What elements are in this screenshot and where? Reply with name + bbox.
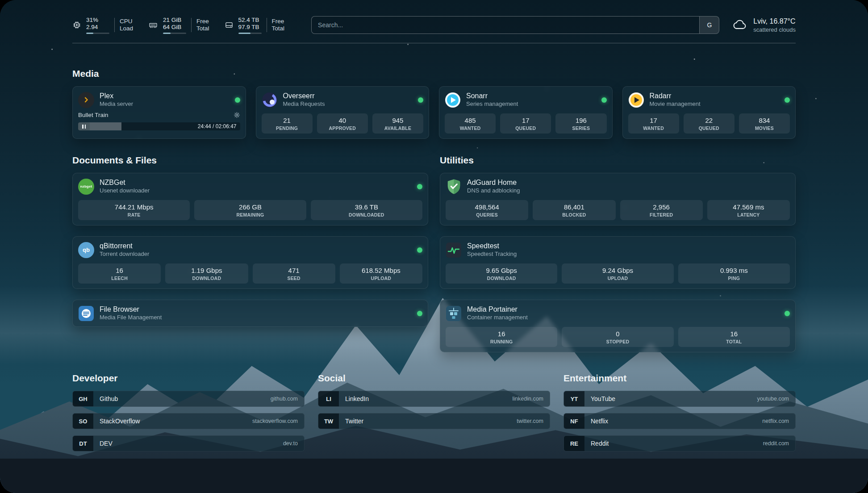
- qbittorrent-card[interactable]: qb qBittorrent Torrent downloader 16 LEE…: [72, 236, 428, 289]
- service-subtitle: Torrent downloader: [100, 251, 149, 258]
- stat-wanted: 17 WANTED: [628, 113, 679, 134]
- dashboard-page: 31% 2.94 CPU Load 2: [0, 0, 868, 493]
- bookmark-domain: github.com: [271, 396, 298, 402]
- top-bar: 31% 2.94 CPU Load 2: [72, 16, 796, 34]
- overseerr-card[interactable]: Overseerr Media Requests 21 PENDING 40 A…: [256, 86, 430, 139]
- plex-card[interactable]: Plex Media server Bullet Train: [72, 86, 246, 139]
- service-name: Overseerr: [283, 92, 325, 100]
- bookmark-twitter[interactable]: TW Twitter twitter.com: [318, 413, 550, 429]
- bookmark-linkedin[interactable]: LI LinkedIn linkedin.com: [318, 391, 550, 407]
- bookmark-domain: dev.to: [283, 440, 298, 447]
- bookmark-domain: stackoverflow.com: [252, 418, 298, 424]
- bookmark-domain: reddit.com: [763, 440, 789, 447]
- stat-series: 196 SERIES: [555, 113, 606, 134]
- weather-location: Lviv, 16.87°C: [753, 17, 796, 25]
- cpu-progress-bar: [86, 33, 109, 34]
- stat-download: 9.65 Gbps DOWNLOAD: [446, 263, 557, 284]
- portainer-card[interactable]: Media Portainer Container management 16 …: [440, 300, 796, 352]
- cloud-icon: [732, 19, 748, 31]
- hard-disk-icon: [225, 21, 234, 29]
- sonarr-icon: [445, 92, 461, 108]
- memory-progress-bar: [163, 33, 186, 34]
- bookmark-abbr: LI: [318, 391, 339, 406]
- section-title-documents: Documents & Files: [72, 155, 428, 166]
- overseerr-icon: [262, 92, 278, 108]
- section-title-entertainment: Entertainment: [563, 373, 796, 384]
- qbittorrent-icon: qb: [78, 242, 94, 258]
- service-subtitle: DNS and adblocking: [467, 187, 520, 195]
- bookmark-abbr: RE: [564, 436, 584, 451]
- bookmark-name: YouTube: [591, 395, 615, 402]
- stat-remaining: 266 GB REMAINING: [194, 200, 306, 220]
- section-title-utilities: Utilities: [440, 155, 796, 166]
- weather-condition: scattered clouds: [753, 26, 796, 33]
- service-subtitle: Media Requests: [283, 100, 325, 108]
- stat-upload: 9.24 Gbps UPLOAD: [562, 263, 673, 284]
- bookmark-name: Twitter: [345, 418, 363, 425]
- stat-available: 945 AVAILABLE: [372, 113, 423, 134]
- utilities-section: Utilities AdGuard Home DNS and: [440, 155, 796, 352]
- service-name: Plex: [100, 92, 133, 100]
- bookmark-youtube[interactable]: YT YouTube youtube.com: [563, 391, 796, 407]
- bookmark-name: Netflix: [591, 418, 608, 425]
- bookmark-domain: netflix.com: [762, 418, 789, 424]
- service-name: Media Portainer: [467, 305, 528, 313]
- gear-icon[interactable]: [234, 112, 240, 118]
- bookmark-group-social: Social LI LinkedIn linkedin.com TW Twitt…: [318, 373, 550, 458]
- search-provider-button[interactable]: G: [699, 17, 719, 33]
- stat-wanted: 485 WANTED: [445, 113, 496, 134]
- sonarr-card[interactable]: Sonarr Series management 485 WANTED 17 Q…: [439, 86, 613, 139]
- service-name: File Browser: [100, 305, 162, 313]
- cpu-usage-value: 31%: [86, 17, 109, 24]
- documents-section: Documents & Files nzbget NZBGet Usenet d…: [72, 155, 428, 352]
- bookmark-name: Reddit: [591, 440, 609, 447]
- cpu-load-value: 2.94: [86, 24, 109, 31]
- foreground-ridge: [0, 459, 868, 493]
- bookmarks-area: Developer GH Github github.com SO StackO…: [72, 373, 796, 458]
- section-title-social: Social: [318, 373, 550, 384]
- status-dot-online: [785, 311, 790, 316]
- now-playing-title: Bullet Train: [78, 112, 108, 118]
- service-subtitle: Container management: [467, 314, 528, 322]
- stat-upload: 618.52 Mbps UPLOAD: [340, 263, 422, 284]
- search-input[interactable]: [312, 17, 699, 33]
- disk-label-bottom: Total: [272, 25, 285, 32]
- bookmark-domain: youtube.com: [757, 396, 789, 402]
- bookmark-abbr: NF: [564, 414, 584, 429]
- stat-total: 16 TOTAL: [678, 327, 790, 347]
- service-subtitle: Media server: [100, 100, 133, 108]
- disk-progress-bar: [238, 33, 262, 34]
- cpu-label-bottom: Load: [120, 25, 133, 32]
- nzbget-card[interactable]: nzbget NZBGet Usenet downloader 744.21 M…: [72, 173, 428, 226]
- stat-stopped: 0 STOPPED: [562, 327, 673, 347]
- bookmark-dev[interactable]: DT DEV dev.to: [72, 435, 305, 451]
- bookmark-netflix[interactable]: NF Netflix netflix.com: [563, 413, 796, 429]
- bookmark-stackoverflow[interactable]: SO StackOverflow stackoverflow.com: [72, 413, 305, 429]
- pause-button[interactable]: [78, 122, 90, 130]
- service-name: Sonarr: [466, 92, 518, 100]
- bookmark-reddit[interactable]: RE Reddit reddit.com: [563, 435, 796, 451]
- weather-widget: Lviv, 16.87°C scattered clouds: [732, 17, 796, 33]
- bookmark-abbr: TW: [318, 414, 339, 429]
- speedtest-card[interactable]: Speedtest Speedtest Tracking 9.65 Gbps D…: [440, 236, 796, 289]
- radarr-icon: [628, 92, 644, 108]
- section-title-developer: Developer: [72, 373, 305, 384]
- bookmark-github[interactable]: GH Github github.com: [72, 391, 305, 407]
- filebrowser-card[interactable]: File Browser Media File Management: [72, 300, 428, 327]
- service-name: Speedtest: [467, 242, 517, 250]
- bookmark-domain: twitter.com: [517, 418, 543, 424]
- stat-downloaded: 39.6 TB DOWNLOADED: [311, 200, 422, 220]
- disk-widget: 52.4 TB 97.9 TB Free Total: [225, 17, 285, 34]
- cpu-widget: 31% 2.94 CPU Load: [72, 17, 133, 34]
- stat-latency: 47.569 ms LATENCY: [707, 200, 790, 220]
- memory-label-top: Free: [196, 18, 209, 25]
- bookmark-group-entertainment: Entertainment YT YouTube youtube.com NF …: [563, 373, 796, 458]
- status-dot-online: [418, 97, 423, 103]
- memory-total-value: 64 GiB: [163, 24, 186, 31]
- stat-pending: 21 PENDING: [262, 113, 313, 134]
- stat-rate: 744.21 Mbps RATE: [78, 200, 190, 220]
- memory-free-value: 21 GiB: [163, 17, 186, 24]
- adguard-card[interactable]: AdGuard Home DNS and adblocking 498,564 …: [440, 173, 796, 226]
- radarr-card[interactable]: Radarr Movie management 17 WANTED 22 QUE…: [622, 86, 796, 139]
- playback-progress-fill: [90, 122, 121, 130]
